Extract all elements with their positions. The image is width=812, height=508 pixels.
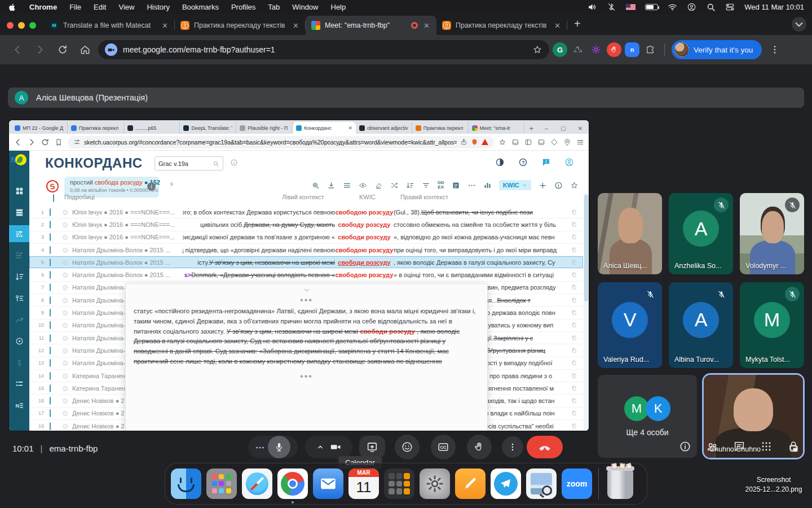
participant-tile[interactable]: MMykyta Tolst...: [740, 282, 804, 368]
dock-chrome-icon[interactable]: [277, 468, 308, 499]
shared-tab-6[interactable]: Конкорданс✕: [293, 122, 356, 134]
dock-preview-icon[interactable]: [526, 468, 557, 499]
row-info-icon[interactable]: [62, 221, 72, 228]
sort-left-icon[interactable]: [406, 181, 414, 190]
row-copy-icon[interactable]: [571, 360, 583, 366]
address-bar[interactable]: meet.google.com/ema-trnb-fbp?authuser=1: [98, 40, 549, 59]
account-icon[interactable]: [564, 157, 574, 167]
chrome-menu-button[interactable]: [765, 40, 784, 59]
view-options-icon[interactable]: [343, 181, 351, 190]
minimize-window-button[interactable]: [18, 22, 25, 29]
url-text[interactable]: meet.google.com/ema-trnb-fbp?authuser=1: [123, 45, 527, 54]
pip-icon[interactable]: [789, 444, 798, 453]
row-checkbox[interactable]: [50, 334, 51, 342]
shared-downloads-icon[interactable]: [511, 138, 519, 146]
shared-new-tab-button[interactable]: +: [524, 124, 538, 134]
dock-pages-icon[interactable]: [455, 468, 486, 499]
row-checkbox[interactable]: [50, 397, 51, 405]
shared-sidebar-icon[interactable]: [524, 138, 532, 146]
more-options-button[interactable]: [502, 436, 523, 458]
row-checkbox[interactable]: [50, 422, 51, 430]
collapse-chevron-icon[interactable]: [134, 286, 479, 295]
reload-button[interactable]: [53, 40, 72, 59]
new-tab-button[interactable]: +: [567, 17, 588, 35]
dock-launchpad-icon[interactable]: [206, 468, 237, 499]
select-all-checkbox[interactable]: [53, 194, 54, 202]
row-copy-icon[interactable]: [571, 209, 583, 216]
shared-maximize-button[interactable]: ▢: [555, 125, 572, 134]
shared-tab-7[interactable]: observant adjectiv: [356, 122, 412, 134]
browser-tab-1[interactable]: MTranslate a file with Matecat✕: [44, 16, 175, 35]
shared-tab-8[interactable]: Практика перекл: [412, 122, 469, 134]
camera-button[interactable]: [330, 441, 342, 453]
view-mode-button[interactable]: KWIC: [499, 180, 531, 190]
participant-tile[interactable]: AAlbina Turov...: [669, 282, 733, 368]
tab-close-icon[interactable]: ✕: [422, 21, 431, 30]
thesaurus-icon[interactable]: [9, 375, 29, 392]
dock-telegram-icon[interactable]: [491, 468, 521, 499]
row-copy-icon[interactable]: [571, 221, 583, 228]
row-info-icon[interactable]: [62, 322, 72, 329]
column-right-context[interactable]: Правий контекст: [400, 194, 448, 200]
shared-screen[interactable]: МП 22 - Google ДПрактика перекл.........…: [9, 120, 589, 431]
gdex-icon[interactable]: GDEX: [438, 181, 444, 190]
row-checkbox[interactable]: [50, 233, 51, 241]
menu-item-chrome[interactable]: Chrome: [29, 3, 57, 11]
annotation-icon[interactable]: [452, 181, 460, 190]
feedback-icon[interactable]: !: [541, 157, 551, 167]
shared-reload-icon[interactable]: [41, 138, 50, 147]
back-button[interactable]: [8, 40, 27, 59]
shared-tab-5[interactable]: Plausible right - П: [236, 122, 293, 134]
forward-button[interactable]: [30, 40, 50, 59]
shared-reading-list-icon[interactable]: [537, 138, 545, 146]
shared-tab-9[interactable]: Meet: "ema-tr: [469, 122, 525, 134]
row-info-icon[interactable]: [62, 373, 72, 379]
row-copy-icon[interactable]: [571, 397, 583, 404]
row-info-icon[interactable]: [62, 410, 72, 417]
row-copy-icon[interactable]: [571, 247, 583, 253]
menu-item-help[interactable]: Help: [331, 3, 346, 11]
shared-url-text[interactable]: sketch.uacorpus.org/#concordance?corpnam…: [84, 139, 457, 146]
context-ellipsis[interactable]: •••: [134, 295, 479, 305]
search-concordance-icon[interactable]: [311, 181, 320, 190]
shared-tab-2[interactable]: Практика перекл: [68, 122, 124, 134]
camera-options-chevron[interactable]: [316, 443, 325, 452]
tab-close-icon[interactable]: ✕: [161, 21, 169, 30]
shared-menu-icon[interactable]: [576, 138, 584, 146]
home-button[interactable]: [76, 40, 95, 59]
shared-close-button[interactable]: ✕: [572, 125, 589, 134]
keyboard-layout-flag-icon[interactable]: [626, 4, 636, 10]
activities-icon[interactable]: [760, 440, 773, 453]
row-info-icon[interactable]: [62, 397, 72, 404]
help-icon[interactable]: ?: [518, 157, 528, 167]
table-row[interactable]: 2Юлія Івчук ● 2016 ● ===NONE===...цивіль…: [29, 218, 583, 231]
text-types-icon[interactable]: N: [9, 397, 29, 414]
shared-minimize-button[interactable]: –: [538, 125, 555, 134]
row-info-icon[interactable]: [62, 271, 72, 278]
row-checkbox[interactable]: [50, 221, 51, 229]
end-call-button[interactable]: [527, 436, 563, 458]
menu-item-edit[interactable]: Edit: [94, 3, 106, 11]
row-checkbox[interactable]: [50, 271, 51, 279]
row-copy-icon[interactable]: [571, 410, 583, 417]
user-switch-icon[interactable]: [687, 2, 696, 12]
row-checkbox[interactable]: [50, 359, 51, 367]
row-copy-icon[interactable]: [571, 259, 583, 266]
shared-address-bar[interactable]: sketch.uacorpus.org/#concordance?corpnam…: [68, 136, 494, 148]
participant-tile[interactable]: Аліса Шевц...: [598, 193, 662, 274]
favorite-icon[interactable]: [570, 181, 579, 190]
bookmark-star-icon[interactable]: [532, 45, 542, 55]
shared-tab-1[interactable]: МП 22 - Google Д: [11, 122, 68, 134]
table-row[interactable]: 5Наталія Дрьоміна-Волок ● 2015 ...істу.У…: [29, 256, 583, 269]
column-details[interactable]: Подробиці: [64, 194, 95, 200]
menu-clock[interactable]: Wed 11 Mar 10:01: [744, 3, 804, 11]
row-checkbox[interactable]: [50, 208, 51, 216]
download-icon[interactable]: [327, 181, 336, 190]
bluetooth-off-icon[interactable]: [607, 2, 616, 12]
tab-close-icon[interactable]: ✕: [553, 21, 562, 30]
shuffle-icon[interactable]: [390, 181, 399, 190]
dock-safari-icon[interactable]: [242, 468, 272, 499]
gear-extension-icon[interactable]: [589, 42, 603, 57]
frequency-chart-icon[interactable]: [483, 181, 492, 190]
tab-search-button[interactable]: [792, 17, 806, 32]
